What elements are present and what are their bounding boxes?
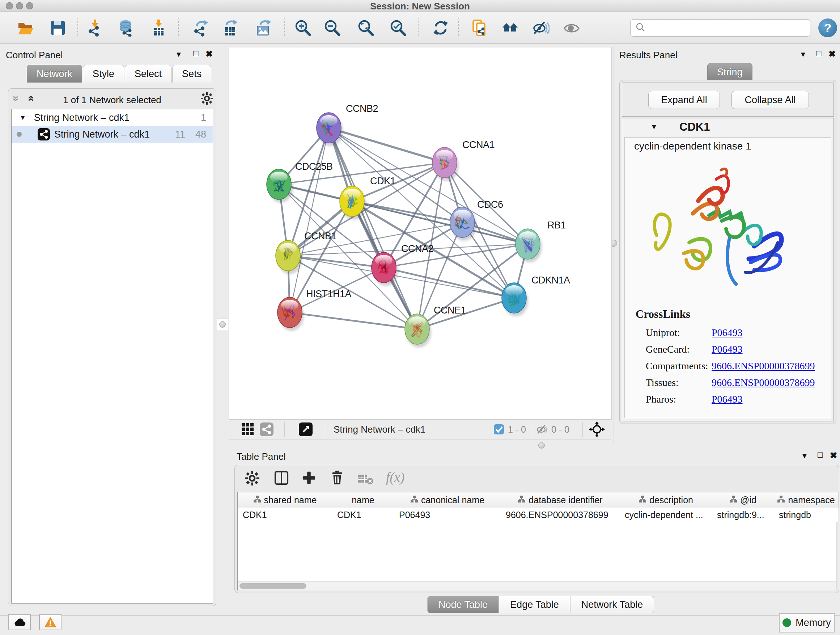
cloud-button[interactable]	[8, 614, 31, 630]
export-network-icon[interactable]	[190, 18, 210, 38]
export-table-icon[interactable]	[220, 18, 240, 38]
open-in-window-icon[interactable]	[299, 423, 313, 438]
import-table-icon[interactable]	[148, 18, 169, 38]
crosslink-label: Uniprot:	[646, 327, 712, 339]
collapse-all-button[interactable]: Collapse All	[731, 91, 809, 109]
zoom-in-icon[interactable]	[293, 18, 313, 38]
select-columns-icon[interactable]	[274, 470, 289, 487]
left-splitter-handle[interactable]	[217, 318, 228, 330]
refresh-icon[interactable]	[431, 18, 451, 38]
node-CDKN1A[interactable]	[502, 283, 528, 317]
control-panel-menu-icon[interactable]: ▼	[175, 50, 182, 59]
edge-CCNB2-RB1[interactable]	[329, 128, 528, 244]
node-CDC25B[interactable]	[267, 169, 293, 203]
node-HIST1H1A[interactable]	[278, 297, 304, 331]
show-preview-eye-icon[interactable]	[561, 18, 582, 38]
table-panel-close-icon[interactable]: ✖	[830, 450, 837, 461]
zoom-out-icon[interactable]	[322, 18, 342, 38]
control-panel-float-icon[interactable]: □	[193, 48, 199, 58]
network-canvas[interactable]: CCNB2CCNA1CDC25BCDK1CDC6RB1CCNB1CCNA2CDK…	[229, 47, 612, 420]
edge-HIST1H1A-CCNE1[interactable]	[290, 312, 417, 329]
edge-CCNB1-CCNA2[interactable]	[288, 256, 384, 268]
add-column-icon[interactable]	[302, 470, 317, 487]
horizontal-scrollbar[interactable]	[238, 581, 836, 591]
crosslink-label: Pharos:	[646, 394, 712, 405]
help-icon[interactable]: ?	[818, 19, 837, 37]
protein-collapse-icon[interactable]: ▼	[651, 123, 658, 131]
edge-CCNA2-CDKN1A[interactable]	[384, 268, 514, 298]
column-header-namespace[interactable]: namespace	[774, 492, 838, 508]
table-cell[interactable]: CDK1	[332, 508, 394, 522]
column-header-canonical-name[interactable]: canonical name	[394, 492, 501, 508]
grid-view-icon[interactable]	[242, 423, 254, 437]
table-cell[interactable]: stringdb	[774, 508, 838, 522]
tab-sets[interactable]: Sets	[172, 65, 211, 82]
column-header-name[interactable]: name	[332, 492, 394, 508]
crosslink-link[interactable]: 9606.ENSP00000378699	[712, 360, 815, 372]
table-cell[interactable]: cyclin-dependent ...	[620, 508, 712, 522]
results-panel-float-icon[interactable]: □	[816, 48, 821, 58]
control-panel-close-icon[interactable]: ✖	[205, 49, 213, 59]
network-row-selected[interactable]: String Network – cdk1 11 48	[11, 126, 213, 143]
table-cell[interactable]: 9606.ENSP00000378699	[501, 508, 620, 522]
results-panel-menu-icon[interactable]: ▼	[799, 50, 807, 59]
table-panel-float-icon[interactable]: □	[818, 450, 823, 460]
crosslink-link[interactable]: 9606.ENSP00000378699	[712, 377, 815, 388]
open-session-icon[interactable]	[15, 18, 35, 38]
home-icon[interactable]	[500, 18, 521, 38]
zoom-fit-icon[interactable]	[355, 18, 376, 38]
save-session-icon[interactable]	[48, 18, 68, 38]
column-header-database-identifier[interactable]: database identifier	[501, 492, 620, 508]
selected-checkbox-icon[interactable]	[494, 424, 504, 436]
column-header-shared-name[interactable]: shared name	[238, 492, 332, 508]
node-table[interactable]: shared namenamecanonical namedatabase id…	[237, 492, 836, 591]
zoom-selected-icon[interactable]	[388, 18, 408, 38]
node-CCNA2[interactable]	[371, 252, 398, 286]
crosslink-row: Pharos:P06493	[625, 391, 831, 408]
delete-column-trash-icon[interactable]	[330, 470, 345, 486]
tab-network[interactable]: Network	[27, 65, 82, 82]
hide-selected-eye-slash-icon[interactable]	[531, 18, 551, 38]
tab-node-table[interactable]: Node Table	[427, 596, 499, 613]
column-header-description[interactable]: description	[620, 492, 712, 508]
table-panel-menu-icon[interactable]: ▼	[801, 452, 808, 460]
table-panel-title: Table Panel	[237, 451, 286, 462]
table-cell[interactable]: CDK1	[238, 508, 332, 522]
crosslink-link[interactable]: P06493	[712, 327, 743, 339]
table-cell[interactable]: P06493	[394, 508, 501, 522]
import-database-icon[interactable]	[116, 18, 136, 38]
import-network-icon[interactable]	[85, 18, 105, 38]
memory-button[interactable]: Memory	[779, 613, 835, 632]
tab-select[interactable]: Select	[125, 65, 172, 82]
node-CCNB2[interactable]	[317, 112, 343, 146]
crosslink-link[interactable]: P06493	[712, 344, 743, 355]
table-gear-icon[interactable]	[245, 471, 259, 487]
tab-edge-table[interactable]: Edge Table	[499, 596, 570, 613]
network-collection-row[interactable]: ▼ String Network – cdk1 1	[11, 109, 213, 126]
tab-style[interactable]: Style	[83, 65, 124, 82]
column-header-label: name	[352, 495, 374, 505]
expand-all-button[interactable]: Expand All	[648, 91, 720, 109]
edge-CCNB2-HIST1H1A[interactable]	[290, 128, 329, 312]
crosslinks-list: Uniprot:P06493GeneCard:P06493Compartment…	[625, 325, 831, 408]
node-CCNE1[interactable]	[405, 314, 431, 348]
network-options-gear-icon[interactable]	[201, 92, 213, 106]
table-cell[interactable]: stringdb:9...	[712, 508, 774, 522]
hidden-eye-slash-icon[interactable]	[536, 423, 548, 437]
search-input[interactable]	[649, 22, 810, 33]
fit-content-crosshair-icon[interactable]	[589, 421, 605, 439]
collection-expand-icon[interactable]: ▼	[19, 114, 26, 122]
search-box[interactable]	[630, 19, 810, 36]
node-RB1[interactable]	[515, 229, 542, 263]
scrollbar-thumb[interactable]	[240, 583, 306, 589]
network-view-icon[interactable]	[260, 423, 273, 438]
column-header--id[interactable]: @id	[712, 492, 774, 508]
results-panel-close-icon[interactable]: ✖	[829, 49, 836, 59]
tab-network-table[interactable]: Network Table	[570, 596, 654, 613]
clone-network-icon[interactable]	[470, 18, 490, 38]
edge-CCNB2-CCNA1[interactable]	[329, 128, 445, 163]
warning-button[interactable]	[39, 614, 62, 630]
crosslink-link[interactable]: P06493	[712, 394, 743, 405]
export-image-icon[interactable]	[253, 18, 273, 38]
tab-string[interactable]: String	[707, 63, 752, 81]
